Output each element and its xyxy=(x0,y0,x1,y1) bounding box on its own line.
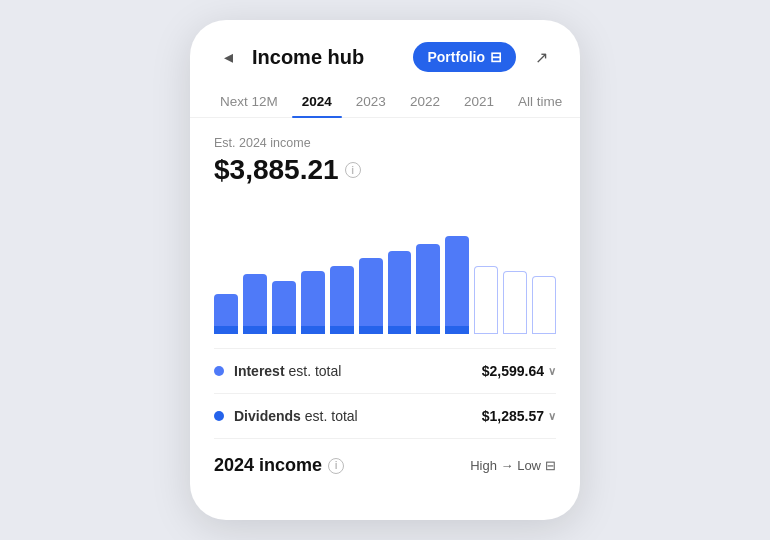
bar-base-3 xyxy=(272,326,296,334)
dividends-dot xyxy=(214,411,224,421)
bar-base-4 xyxy=(301,326,325,334)
bar-filled-9 xyxy=(445,236,469,326)
bar-filled-6 xyxy=(359,258,383,326)
bar-filled-8 xyxy=(416,244,440,326)
share-button[interactable]: ↗ xyxy=(526,42,556,72)
bar-filled-4 xyxy=(301,271,325,326)
content-area: Est. 2024 income $3,885.21 i xyxy=(190,118,580,439)
back-button[interactable]: ◂ xyxy=(214,43,242,71)
bar-filled-7 xyxy=(388,251,412,326)
est-income-label: Est. 2024 income xyxy=(214,136,556,150)
bar-7 xyxy=(388,204,412,334)
income-info-icon[interactable]: i xyxy=(345,162,361,178)
interest-value[interactable]: $2,599.64 ∨ xyxy=(482,363,556,379)
bar-base-2 xyxy=(243,326,267,334)
bar-9 xyxy=(445,204,469,334)
portfolio-filter-icon: ⊟ xyxy=(490,49,502,65)
interest-chevron-icon: ∨ xyxy=(548,365,556,378)
portfolio-button[interactable]: Portfolio ⊟ xyxy=(413,42,516,72)
bar-chart xyxy=(214,204,556,334)
bar-5 xyxy=(330,204,354,334)
bar-base-9 xyxy=(445,326,469,334)
income-value: $3,885.21 xyxy=(214,154,339,186)
bar-outline-11 xyxy=(503,271,527,326)
dividends-label: Dividends est. total xyxy=(234,408,358,424)
interest-dot xyxy=(214,366,224,376)
tab-2024[interactable]: 2024 xyxy=(292,86,342,117)
bar-11 xyxy=(503,204,527,334)
footer-row: 2024 income i High → Low ⊟ xyxy=(190,439,580,476)
footer-title: 2024 income i xyxy=(214,455,344,476)
page-title: Income hub xyxy=(252,46,364,69)
footer-filter-icon: ⊟ xyxy=(545,458,556,473)
bar-filled-5 xyxy=(330,266,354,326)
bar-1 xyxy=(214,204,238,334)
legend-item-interest: Interest est. total $2,599.64 ∨ xyxy=(214,349,556,394)
footer-filter-button[interactable]: High → Low ⊟ xyxy=(470,458,556,473)
bar-outline-12 xyxy=(532,276,556,326)
footer-info-icon[interactable]: i xyxy=(328,458,344,474)
tab-next12m[interactable]: Next 12M xyxy=(210,86,288,117)
dividends-value[interactable]: $1,285.57 ∨ xyxy=(482,408,556,424)
bar-base-1 xyxy=(214,326,238,334)
bar-base-outline-12 xyxy=(532,326,556,334)
legend-left-dividends: Dividends est. total xyxy=(214,408,358,424)
bar-outline-10 xyxy=(474,266,498,326)
dividends-chevron-icon: ∨ xyxy=(548,410,556,423)
phone-card: ◂ Income hub Portfolio ⊟ ↗ Next 12M 2024… xyxy=(190,20,580,520)
bar-filled-3 xyxy=(272,281,296,326)
legend-item-dividends: Dividends est. total $1,285.57 ∨ xyxy=(214,394,556,439)
bar-2 xyxy=(243,204,267,334)
bar-8 xyxy=(416,204,440,334)
bar-base-5 xyxy=(330,326,354,334)
legend: Interest est. total $2,599.64 ∨ Dividend… xyxy=(214,348,556,439)
bar-4 xyxy=(301,204,325,334)
income-amount-row: $3,885.21 i xyxy=(214,154,556,186)
tab-alltime[interactable]: All time xyxy=(508,86,572,117)
header: ◂ Income hub Portfolio ⊟ ↗ xyxy=(190,20,580,86)
bar-base-7 xyxy=(388,326,412,334)
bar-3 xyxy=(272,204,296,334)
interest-label: Interest est. total xyxy=(234,363,341,379)
bar-filled-2 xyxy=(243,274,267,326)
legend-left-interest: Interest est. total xyxy=(214,363,341,379)
bar-6 xyxy=(359,204,383,334)
bar-filled-1 xyxy=(214,294,238,326)
bar-10 xyxy=(474,204,498,334)
tab-2023[interactable]: 2023 xyxy=(346,86,396,117)
tab-bar: Next 12M 2024 2023 2022 2021 All time xyxy=(190,86,580,118)
header-right: Portfolio ⊟ ↗ xyxy=(413,42,556,72)
bar-12 xyxy=(532,204,556,334)
tab-2021[interactable]: 2021 xyxy=(454,86,504,117)
bar-base-outline-10 xyxy=(474,326,498,334)
tab-2022[interactable]: 2022 xyxy=(400,86,450,117)
bar-base-6 xyxy=(359,326,383,334)
bar-base-outline-11 xyxy=(503,326,527,334)
bar-base-8 xyxy=(416,326,440,334)
header-left: ◂ Income hub xyxy=(214,43,364,71)
portfolio-label: Portfolio xyxy=(427,49,485,65)
